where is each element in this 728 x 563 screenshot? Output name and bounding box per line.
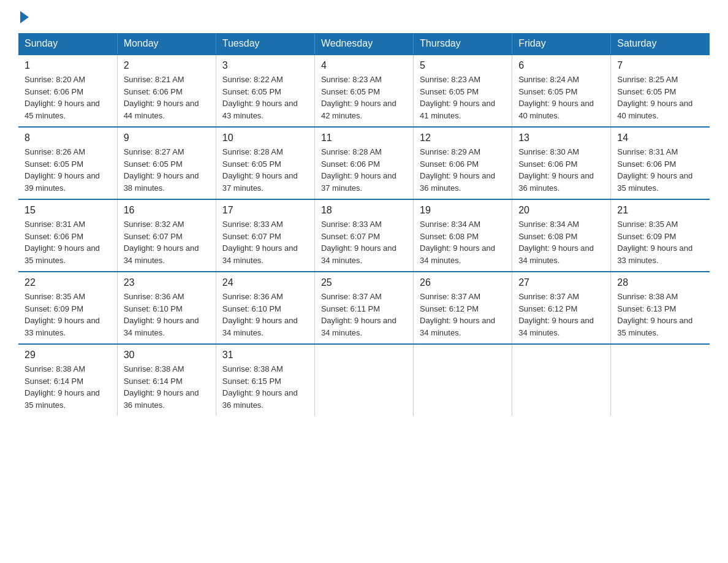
day-info: Sunrise: 8:26 AM Sunset: 6:05 PM Dayligh… <box>25 146 111 194</box>
calendar-table: SundayMondayTuesdayWednesdayThursdayFrid… <box>18 33 710 416</box>
day-number: 19 <box>420 205 506 216</box>
calendar-week-row: 8 Sunrise: 8:26 AM Sunset: 6:05 PM Dayli… <box>18 127 710 199</box>
day-number: 17 <box>222 205 308 216</box>
day-info: Sunrise: 8:37 AM Sunset: 6:11 PM Dayligh… <box>321 291 407 339</box>
day-info: Sunrise: 8:36 AM Sunset: 6:10 PM Dayligh… <box>222 291 308 339</box>
day-number: 7 <box>617 60 703 71</box>
calendar-day-cell: 13 Sunrise: 8:30 AM Sunset: 6:06 PM Dayl… <box>512 127 611 199</box>
day-info: Sunrise: 8:23 AM Sunset: 6:05 PM Dayligh… <box>420 74 506 121</box>
calendar-day-cell: 14 Sunrise: 8:31 AM Sunset: 6:06 PM Dayl… <box>611 127 710 199</box>
day-info: Sunrise: 8:21 AM Sunset: 6:06 PM Dayligh… <box>124 74 210 121</box>
calendar-day-cell: 21 Sunrise: 8:35 AM Sunset: 6:09 PM Dayl… <box>611 199 710 272</box>
day-number: 15 <box>25 205 111 216</box>
calendar-day-cell: 5 Sunrise: 8:23 AM Sunset: 6:05 PM Dayli… <box>414 55 512 127</box>
day-header-tuesday: Tuesday <box>216 33 314 55</box>
day-info: Sunrise: 8:31 AM Sunset: 6:06 PM Dayligh… <box>617 146 703 194</box>
day-number: 13 <box>518 132 604 144</box>
calendar-week-row: 29 Sunrise: 8:38 AM Sunset: 6:14 PM Dayl… <box>18 344 710 416</box>
calendar-empty-cell <box>314 344 413 416</box>
day-info: Sunrise: 8:33 AM Sunset: 6:07 PM Dayligh… <box>222 218 308 266</box>
day-number: 6 <box>518 60 604 71</box>
day-info: Sunrise: 8:37 AM Sunset: 6:12 PM Dayligh… <box>420 291 506 339</box>
calendar-day-cell: 28 Sunrise: 8:38 AM Sunset: 6:13 PM Dayl… <box>611 272 710 344</box>
day-number: 4 <box>321 60 407 71</box>
calendar-day-cell: 29 Sunrise: 8:38 AM Sunset: 6:14 PM Dayl… <box>18 344 117 416</box>
calendar-day-cell: 2 Sunrise: 8:21 AM Sunset: 6:06 PM Dayli… <box>117 55 216 127</box>
calendar-day-cell: 12 Sunrise: 8:29 AM Sunset: 6:06 PM Dayl… <box>414 127 512 199</box>
calendar-day-cell: 8 Sunrise: 8:26 AM Sunset: 6:05 PM Dayli… <box>18 127 117 199</box>
day-info: Sunrise: 8:25 AM Sunset: 6:05 PM Dayligh… <box>617 74 703 121</box>
day-info: Sunrise: 8:34 AM Sunset: 6:08 PM Dayligh… <box>420 218 506 266</box>
day-info: Sunrise: 8:38 AM Sunset: 6:14 PM Dayligh… <box>25 363 111 411</box>
calendar-day-cell: 6 Sunrise: 8:24 AM Sunset: 6:05 PM Dayli… <box>512 55 611 127</box>
day-header-friday: Friday <box>512 33 611 55</box>
day-number: 12 <box>420 132 506 144</box>
day-info: Sunrise: 8:28 AM Sunset: 6:05 PM Dayligh… <box>222 146 308 194</box>
day-number: 18 <box>321 205 407 216</box>
calendar-day-cell: 9 Sunrise: 8:27 AM Sunset: 6:05 PM Dayli… <box>117 127 216 199</box>
day-number: 23 <box>124 277 210 288</box>
day-number: 21 <box>617 205 703 216</box>
day-number: 3 <box>222 60 308 71</box>
day-info: Sunrise: 8:24 AM Sunset: 6:05 PM Dayligh… <box>518 74 604 121</box>
day-number: 28 <box>617 277 703 288</box>
day-number: 26 <box>420 277 506 288</box>
calendar-day-cell: 16 Sunrise: 8:32 AM Sunset: 6:07 PM Dayl… <box>117 199 216 272</box>
day-info: Sunrise: 8:35 AM Sunset: 6:09 PM Dayligh… <box>617 218 703 266</box>
day-info: Sunrise: 8:22 AM Sunset: 6:05 PM Dayligh… <box>222 74 308 121</box>
calendar-day-cell: 17 Sunrise: 8:33 AM Sunset: 6:07 PM Dayl… <box>216 199 314 272</box>
calendar-week-row: 15 Sunrise: 8:31 AM Sunset: 6:06 PM Dayl… <box>18 199 710 272</box>
day-number: 1 <box>25 60 111 71</box>
calendar-day-cell: 10 Sunrise: 8:28 AM Sunset: 6:05 PM Dayl… <box>216 127 314 199</box>
calendar-day-cell: 7 Sunrise: 8:25 AM Sunset: 6:05 PM Dayli… <box>611 55 710 127</box>
day-number: 2 <box>124 60 210 71</box>
day-number: 10 <box>222 132 308 144</box>
day-number: 29 <box>25 350 111 361</box>
day-info: Sunrise: 8:36 AM Sunset: 6:10 PM Dayligh… <box>124 291 210 339</box>
day-number: 27 <box>518 277 604 288</box>
calendar-day-cell: 4 Sunrise: 8:23 AM Sunset: 6:05 PM Dayli… <box>314 55 413 127</box>
calendar-day-cell: 30 Sunrise: 8:38 AM Sunset: 6:14 PM Dayl… <box>117 344 216 416</box>
page-header <box>18 12 710 21</box>
day-info: Sunrise: 8:38 AM Sunset: 6:13 PM Dayligh… <box>617 291 703 339</box>
day-number: 9 <box>124 132 210 144</box>
day-info: Sunrise: 8:23 AM Sunset: 6:05 PM Dayligh… <box>321 74 407 121</box>
calendar-day-cell: 23 Sunrise: 8:36 AM Sunset: 6:10 PM Dayl… <box>117 272 216 344</box>
day-number: 11 <box>321 132 407 144</box>
day-header-saturday: Saturday <box>611 33 710 55</box>
day-header-wednesday: Wednesday <box>314 33 413 55</box>
calendar-day-cell: 24 Sunrise: 8:36 AM Sunset: 6:10 PM Dayl… <box>216 272 314 344</box>
day-header-thursday: Thursday <box>414 33 512 55</box>
calendar-day-cell: 31 Sunrise: 8:38 AM Sunset: 6:15 PM Dayl… <box>216 344 314 416</box>
calendar-day-cell: 19 Sunrise: 8:34 AM Sunset: 6:08 PM Dayl… <box>414 199 512 272</box>
day-number: 22 <box>25 277 111 288</box>
calendar-day-cell: 15 Sunrise: 8:31 AM Sunset: 6:06 PM Dayl… <box>18 199 117 272</box>
day-info: Sunrise: 8:29 AM Sunset: 6:06 PM Dayligh… <box>420 146 506 194</box>
calendar-empty-cell <box>512 344 611 416</box>
day-info: Sunrise: 8:27 AM Sunset: 6:05 PM Dayligh… <box>124 146 210 194</box>
day-info: Sunrise: 8:35 AM Sunset: 6:09 PM Dayligh… <box>25 291 111 339</box>
day-info: Sunrise: 8:32 AM Sunset: 6:07 PM Dayligh… <box>124 218 210 266</box>
day-number: 5 <box>420 60 506 71</box>
day-info: Sunrise: 8:20 AM Sunset: 6:06 PM Dayligh… <box>25 74 111 121</box>
calendar-day-cell: 18 Sunrise: 8:33 AM Sunset: 6:07 PM Dayl… <box>314 199 413 272</box>
day-info: Sunrise: 8:28 AM Sunset: 6:06 PM Dayligh… <box>321 146 407 194</box>
day-header-monday: Monday <box>117 33 216 55</box>
calendar-day-cell: 26 Sunrise: 8:37 AM Sunset: 6:12 PM Dayl… <box>414 272 512 344</box>
calendar-week-row: 1 Sunrise: 8:20 AM Sunset: 6:06 PM Dayli… <box>18 55 710 127</box>
calendar-empty-cell <box>414 344 512 416</box>
calendar-day-cell: 1 Sunrise: 8:20 AM Sunset: 6:06 PM Dayli… <box>18 55 117 127</box>
calendar-header-row: SundayMondayTuesdayWednesdayThursdayFrid… <box>18 33 710 55</box>
logo-triangle-icon <box>20 11 29 23</box>
calendar-day-cell: 3 Sunrise: 8:22 AM Sunset: 6:05 PM Dayli… <box>216 55 314 127</box>
calendar-day-cell: 25 Sunrise: 8:37 AM Sunset: 6:11 PM Dayl… <box>314 272 413 344</box>
day-info: Sunrise: 8:30 AM Sunset: 6:06 PM Dayligh… <box>518 146 604 194</box>
day-number: 14 <box>617 132 703 144</box>
calendar-day-cell: 20 Sunrise: 8:34 AM Sunset: 6:08 PM Dayl… <box>512 199 611 272</box>
day-info: Sunrise: 8:31 AM Sunset: 6:06 PM Dayligh… <box>25 218 111 266</box>
logo <box>18 12 29 21</box>
day-header-sunday: Sunday <box>18 33 117 55</box>
calendar-empty-cell <box>611 344 710 416</box>
calendar-week-row: 22 Sunrise: 8:35 AM Sunset: 6:09 PM Dayl… <box>18 272 710 344</box>
day-number: 24 <box>222 277 308 288</box>
